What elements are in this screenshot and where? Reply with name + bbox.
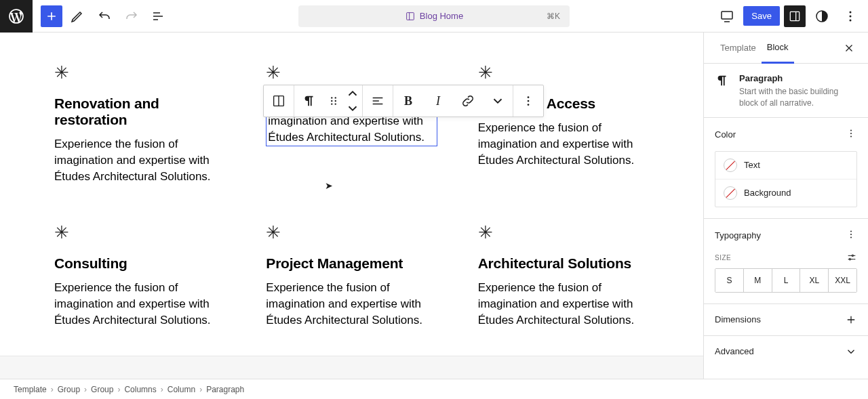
asterisk-icon: ✳: [478, 62, 649, 83]
align-button[interactable]: [363, 85, 393, 117]
undo-button[interactable]: [92, 4, 117, 28]
block-options-button[interactable]: [513, 85, 543, 117]
crumb[interactable]: Column: [167, 385, 195, 394]
size-l[interactable]: L: [772, 269, 801, 292]
toolbar-left-group: [33, 4, 171, 28]
svg-point-14: [528, 96, 530, 98]
drag-handle[interactable]: [324, 85, 343, 117]
block-type-button[interactable]: [264, 85, 294, 117]
column-cell: ✳ Project Management Experience the fusi…: [266, 222, 437, 328]
size-xl[interactable]: XL: [800, 269, 829, 292]
tab-block[interactable]: Block: [762, 33, 794, 64]
svg-point-6: [850, 19, 852, 21]
column-cell: ✳ Continuous Support Experience the fusi…: [266, 62, 437, 184]
more-rich-text-button[interactable]: [483, 85, 513, 117]
close-inspector-button[interactable]: [841, 40, 857, 56]
view-button[interactable]: [715, 4, 739, 28]
section-options-button[interactable]: [845, 228, 857, 243]
save-button[interactable]: Save: [743, 6, 780, 26]
document-overview-button[interactable]: [146, 4, 171, 28]
settings-panel-button[interactable]: [784, 5, 806, 27]
italic-button[interactable]: I: [423, 85, 453, 117]
svg-point-17: [850, 129, 852, 131]
document-title: Blog Home: [420, 11, 463, 21]
wordpress-logo[interactable]: [0, 0, 33, 33]
bold-button[interactable]: B: [393, 85, 423, 117]
asterisk-icon: ✳: [266, 222, 437, 243]
section-heading: Color: [715, 129, 736, 140]
block-toolbar: B I: [263, 85, 544, 117]
options-button[interactable]: [838, 4, 863, 28]
cell-paragraph[interactable]: Experience the fusion of imagination and…: [266, 280, 437, 328]
svg-point-15: [528, 100, 530, 102]
plus-icon: [845, 314, 857, 326]
crumb[interactable]: Group: [91, 385, 113, 394]
toolbar-right-group: Save: [715, 4, 868, 28]
cell-paragraph[interactable]: Experience the fusion of imagination and…: [54, 280, 225, 328]
content-wrapper: ✳ Renovation and restoration Experience …: [0, 33, 703, 329]
tab-template[interactable]: Template: [715, 33, 762, 62]
color-controls: Text Background: [715, 151, 857, 207]
pencil-icon: [69, 8, 85, 24]
cell-paragraph[interactable]: Experience the fusion of imagination and…: [54, 136, 225, 184]
size-settings-button[interactable]: [846, 252, 857, 264]
size-m[interactable]: M: [744, 269, 772, 292]
cell-heading[interactable]: Project Management: [266, 255, 437, 272]
cell-paragraph[interactable]: Experience the fusion of imagination and…: [478, 280, 649, 328]
kebab-icon: [845, 228, 857, 240]
styles-button[interactable]: [810, 4, 834, 28]
align-left-icon: [370, 93, 385, 108]
link-button[interactable]: [453, 85, 483, 117]
size-label: SIZE: [715, 254, 731, 261]
size-xxl[interactable]: XXL: [829, 269, 856, 292]
list-icon: [151, 8, 167, 24]
sidebar-icon: [788, 9, 802, 23]
paragraph-block-icon: [271, 93, 286, 108]
editor-canvas[interactable]: B I ✳ Renovation and restoration: [0, 33, 703, 379]
layout-icon: [405, 11, 416, 22]
size-s[interactable]: S: [715, 269, 744, 292]
section-heading: Dimensions: [715, 314, 761, 324]
kebab-icon: [842, 8, 859, 24]
asterisk-icon: ✳: [54, 62, 225, 83]
redo-button[interactable]: [119, 4, 144, 28]
svg-point-21: [850, 234, 852, 235]
block-description: Start with the basic building block of a…: [739, 86, 857, 109]
sliders-icon: [846, 252, 857, 263]
asterisk-icon: ✳: [478, 222, 649, 243]
edit-button[interactable]: [65, 4, 90, 28]
section-options-button[interactable]: [845, 127, 857, 142]
section-typography: Typography SIZE S M L XL XXL: [704, 218, 868, 293]
background-color-button[interactable]: Background: [715, 179, 856, 207]
svg-rect-0: [407, 12, 414, 20]
crumb[interactable]: Template: [14, 385, 47, 394]
move-down-button[interactable]: [344, 101, 361, 116]
section-dimensions[interactable]: Dimensions: [704, 303, 868, 335]
breadcrumb: Template› Group› Group› Columns› Column›…: [0, 379, 868, 399]
section-advanced[interactable]: Advanced: [704, 335, 868, 367]
desktop-icon: [719, 8, 735, 24]
crumb[interactable]: Group: [58, 385, 80, 394]
text-color-button[interactable]: Text: [715, 152, 856, 179]
cell-heading[interactable]: Renovation and restoration: [54, 96, 225, 128]
cell-paragraph[interactable]: Experience the fusion of imagination and…: [478, 120, 649, 168]
chevron-down-icon: [345, 101, 360, 116]
move-up-button[interactable]: [344, 86, 361, 101]
add-block-button[interactable]: [41, 5, 62, 27]
cell-heading[interactable]: Consulting: [54, 255, 225, 272]
cell-heading[interactable]: Architectural Solutions: [478, 255, 649, 272]
transform-button[interactable]: [294, 85, 324, 117]
crumb[interactable]: Paragraph: [206, 385, 244, 394]
document-title-bar[interactable]: Blog Home ⌘K: [298, 5, 570, 27]
color-label: Text: [744, 160, 760, 170]
kebab-icon: [845, 127, 857, 140]
chevron-down-icon: [490, 93, 505, 108]
chevron-down-icon: [845, 345, 857, 358]
size-segmented: S M L XL XXL: [715, 268, 857, 293]
top-toolbar: Blog Home ⌘K Save: [0, 0, 868, 33]
svg-point-22: [850, 236, 852, 238]
section-color: Color Text Background: [704, 117, 868, 218]
asterisk-icon: ✳: [266, 62, 437, 83]
crumb[interactable]: Columns: [124, 385, 156, 394]
svg-point-5: [850, 15, 852, 17]
